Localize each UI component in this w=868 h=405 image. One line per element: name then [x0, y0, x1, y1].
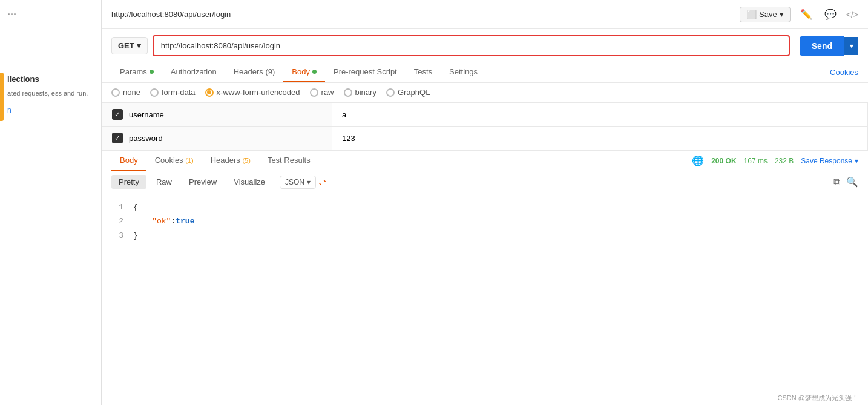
- send-main-button[interactable]: Send: [800, 36, 844, 56]
- status-time: 167 ms: [744, 157, 768, 165]
- status-size: 232 B: [775, 157, 794, 165]
- tab-settings-label: Settings: [449, 67, 478, 76]
- tab-prerequest-label: Pre-request Script: [334, 67, 397, 76]
- search-icon[interactable]: 🔍: [846, 176, 858, 188]
- tab-tests[interactable]: Tests: [406, 62, 441, 82]
- json-colon: :: [171, 214, 176, 228]
- radio-urlencoded-label: x-www-form-urlencoded: [217, 88, 300, 97]
- resp-tab-cookies-label: Cookies (1): [155, 156, 194, 165]
- resp-tab-body-label: Body: [120, 156, 138, 165]
- tab-authorization[interactable]: Authorization: [162, 62, 225, 82]
- radio-binary-circle: [344, 88, 352, 97]
- sidebar-orange-bar: [0, 73, 4, 121]
- response-tab-left: Body Cookies (1) Headers (5) Test Result…: [111, 151, 319, 171]
- row-key-username: ✓ username: [112, 109, 322, 120]
- tab-params-label: Params: [120, 67, 147, 76]
- radio-raw-circle: [310, 88, 318, 97]
- comment-icon-button[interactable]: 💬: [822, 6, 839, 22]
- url-input[interactable]: [154, 36, 789, 55]
- body-type-bar: none form-data x-www-form-urlencoded raw…: [102, 83, 868, 102]
- value-password: 123: [342, 134, 355, 143]
- resp-tab-headers[interactable]: Headers (5): [202, 151, 259, 171]
- radio-binary[interactable]: binary: [344, 88, 376, 97]
- json-value-true: true: [176, 214, 194, 228]
- json-format-select[interactable]: JSON ▾: [280, 176, 316, 189]
- tab-headers-label: Headers (9): [234, 67, 275, 76]
- response-container: Body Cookies (1) Headers (5) Test Result…: [102, 150, 868, 405]
- resp-tab-cookies[interactable]: Cookies (1): [146, 151, 202, 171]
- radio-none[interactable]: none: [111, 88, 140, 97]
- resp-tab-testresults-label: Test Results: [268, 156, 311, 165]
- resp-icons-right: ⧉ 🔍: [833, 176, 858, 188]
- line-numbers: 1 2 3: [111, 200, 123, 398]
- tab-bar: Params Authorization Headers (9) Body Pr…: [102, 62, 868, 83]
- val-cell-username[interactable]: a: [332, 103, 666, 127]
- sidebar-collection-title: llections: [0, 26, 101, 86]
- method-select[interactable]: GET ▾: [111, 37, 148, 54]
- radio-none-label: none: [123, 88, 140, 97]
- save-response-label: Save Response: [801, 157, 852, 165]
- tab-body[interactable]: Body: [283, 62, 325, 82]
- method-label: GET: [118, 41, 134, 50]
- visualize-label: Visualize: [234, 177, 265, 186]
- json-format-dropdown: ▾: [307, 178, 311, 186]
- table-row: ✓ username a: [102, 103, 868, 127]
- resp-view-pretty[interactable]: Pretty: [111, 175, 146, 189]
- checkbox-username[interactable]: ✓: [112, 109, 123, 120]
- checkbox-password[interactable]: ✓: [112, 133, 123, 143]
- radio-graphql[interactable]: GraphQL: [386, 88, 430, 97]
- tab-tests-label: Tests: [414, 67, 432, 76]
- key-password: password: [129, 134, 163, 143]
- code-icon[interactable]: </>: [846, 10, 858, 19]
- params-dot: [150, 70, 154, 74]
- radio-raw[interactable]: raw: [310, 88, 334, 97]
- preview-label: Preview: [189, 177, 217, 186]
- resp-view-visualize[interactable]: Visualize: [226, 175, 272, 189]
- resp-tab-body[interactable]: Body: [111, 151, 146, 171]
- tab-prerequest[interactable]: Pre-request Script: [325, 62, 406, 82]
- radio-form-data[interactable]: form-data: [150, 88, 196, 97]
- sidebar-collection-sub: ated requests, ess and run.: [0, 86, 101, 101]
- line-num-2: 2: [111, 214, 123, 228]
- value-username: a: [342, 110, 346, 119]
- tab-settings[interactable]: Settings: [441, 62, 486, 82]
- close-brace: }: [133, 229, 138, 243]
- copy-icon[interactable]: ⧉: [833, 177, 840, 188]
- wrap-icon[interactable]: ⇌: [318, 176, 326, 188]
- radio-urlencoded[interactable]: x-www-form-urlencoded: [205, 88, 300, 97]
- radio-form-data-label: form-data: [162, 88, 196, 97]
- send-button-group: Send ▾: [800, 36, 858, 56]
- tab-headers[interactable]: Headers (9): [225, 62, 284, 82]
- top-bar-left: http://localhost:8080/api/user/login: [111, 10, 231, 19]
- resp-tab-headers-label: Headers (5): [211, 156, 251, 165]
- send-dropdown-button[interactable]: ▾: [844, 37, 858, 55]
- resp-tab-testresults[interactable]: Test Results: [259, 151, 319, 171]
- tab-authorization-label: Authorization: [171, 67, 217, 76]
- code-line-2: "ok" : true: [133, 214, 858, 228]
- open-brace: {: [133, 200, 138, 214]
- val-cell-password[interactable]: 123: [332, 127, 666, 150]
- sidebar-link[interactable]: n: [0, 101, 101, 119]
- radio-graphql-circle: [386, 88, 395, 97]
- radio-urlencoded-inner: [207, 90, 211, 94]
- resp-body-bar: Pretty Raw Preview Visualize JSON ▾ ⇌ ⧉: [102, 171, 868, 193]
- resp-view-tabs: Pretty Raw Preview Visualize JSON ▾ ⇌: [111, 175, 326, 189]
- sidebar: ··· llections ated requests, ess and run…: [0, 0, 102, 405]
- cookies-badge: (1): [185, 157, 193, 164]
- key-cell-password: ✓ password: [102, 127, 332, 150]
- main-content: http://localhost:8080/api/user/login ⬜ S…: [102, 0, 868, 405]
- save-response-button[interactable]: Save Response ▾: [801, 157, 858, 165]
- raw-label: Raw: [156, 177, 172, 186]
- edit-icon-button[interactable]: ✏️: [798, 6, 815, 22]
- save-label: Save: [759, 10, 777, 19]
- save-button[interactable]: ⬜ Save ▾: [740, 7, 791, 22]
- resp-view-raw[interactable]: Raw: [149, 175, 179, 189]
- extra-cell-username: [666, 103, 868, 127]
- cookies-link[interactable]: Cookies: [830, 68, 858, 77]
- table-row: ✓ password 123: [102, 127, 868, 150]
- resp-view-preview[interactable]: Preview: [182, 175, 224, 189]
- response-status-bar: 🌐 200 OK 167 ms 232 B Save Response ▾: [692, 155, 858, 166]
- tab-params[interactable]: Params: [111, 62, 162, 82]
- radio-raw-label: raw: [321, 88, 334, 97]
- body-dot: [312, 70, 317, 74]
